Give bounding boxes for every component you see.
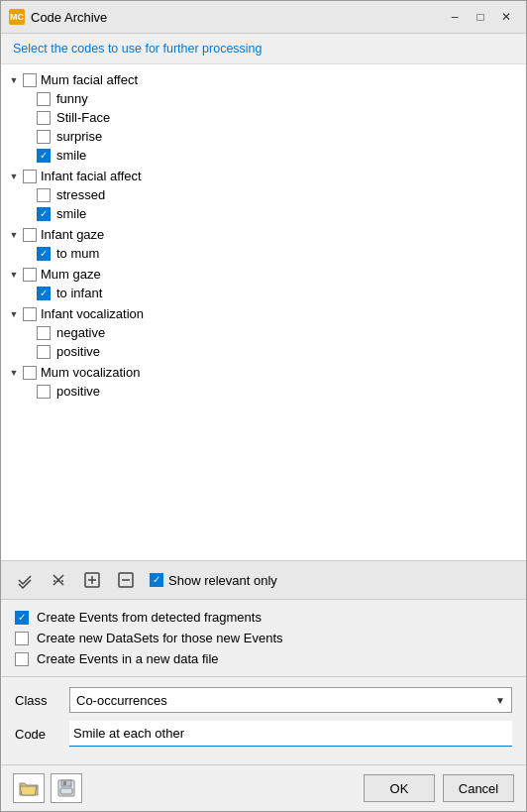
- child-checkbox-negative[interactable]: [37, 326, 51, 340]
- option-row-create-new-file[interactable]: Create Events in a new data file: [15, 651, 512, 666]
- file-buttons: [13, 773, 82, 803]
- parent-checkbox-infant-gaze[interactable]: [23, 228, 37, 242]
- class-select[interactable]: Co-occurrences ▼: [69, 687, 512, 713]
- parent-label-infant-gaze: Infant gaze: [41, 227, 104, 242]
- deselect-button[interactable]: [45, 567, 72, 593]
- tree-child-positive-mum[interactable]: positive: [37, 382, 518, 401]
- option-label-create-new-file: Create Events in a new data file: [37, 651, 219, 666]
- parent-label-mum-facial: Mum facial affect: [41, 72, 138, 87]
- triangle-icon-infant-facial[interactable]: [9, 172, 19, 181]
- parent-checkbox-infant-facial[interactable]: [23, 170, 37, 183]
- tree-parent-infant-vocalization[interactable]: Infant vocalization: [9, 304, 518, 323]
- option-checkbox-create-events[interactable]: [15, 611, 29, 625]
- option-row-create-events[interactable]: Create Events from detected fragments: [15, 610, 512, 625]
- toolbar-strip: Show relevant only: [1, 561, 526, 600]
- fields-area: Class Co-occurrences ▼ Code: [1, 677, 526, 765]
- tree-group-infant-vocalization: Infant vocalizationnegativepositive: [9, 304, 518, 361]
- option-checkbox-create-new-file[interactable]: [15, 652, 29, 666]
- tree-children-infant-gaze: to mum: [37, 244, 518, 263]
- close-button[interactable]: ✕: [494, 7, 518, 27]
- main-window: MC Code Archive – □ ✕ Select the codes t…: [0, 0, 527, 812]
- expand-all-button[interactable]: [78, 567, 106, 593]
- parent-checkbox-mum-vocalization[interactable]: [23, 366, 37, 380]
- child-checkbox-funny[interactable]: [37, 92, 51, 106]
- child-label-stressed: stressed: [56, 187, 105, 202]
- ok-button[interactable]: OK: [364, 774, 435, 802]
- parent-checkbox-mum-facial[interactable]: [23, 73, 37, 87]
- tree-child-surprise[interactable]: surprise: [37, 127, 518, 146]
- triangle-icon-mum-gaze[interactable]: [9, 270, 19, 280]
- code-input[interactable]: [69, 721, 512, 747]
- child-label-funny: funny: [56, 91, 88, 106]
- child-checkbox-positive-mum[interactable]: [37, 385, 51, 399]
- instruction-text: Select the codes to use for further proc…: [1, 34, 526, 64]
- minimize-button[interactable]: –: [443, 7, 467, 27]
- child-label-positive-infant: positive: [56, 344, 100, 359]
- child-checkbox-still-face[interactable]: [37, 111, 51, 125]
- svg-rect-11: [63, 781, 66, 785]
- tree-parent-mum-gaze[interactable]: Mum gaze: [9, 265, 518, 284]
- option-checkbox-create-datasets[interactable]: [15, 632, 29, 645]
- svg-rect-10: [60, 788, 72, 794]
- child-checkbox-smile-infant[interactable]: [37, 207, 51, 221]
- tree-children-infant-vocalization: negativepositive: [37, 323, 518, 361]
- title-bar-left: MC Code Archive: [9, 9, 107, 25]
- tree-children-mum-facial: funnyStill-Facesurprisesmile: [37, 89, 518, 165]
- save-button[interactable]: [51, 773, 82, 803]
- triangle-icon-infant-vocalization[interactable]: [9, 309, 19, 319]
- parent-label-infant-facial: Infant facial affect: [41, 169, 142, 183]
- tree-group-infant-facial: Infant facial affectstressedsmile: [9, 167, 518, 223]
- tree-group-mum-vocalization: Mum vocalizationpositive: [9, 363, 518, 401]
- chevron-down-icon: ▼: [495, 695, 505, 706]
- code-label: Code: [15, 727, 69, 742]
- tree-parent-infant-gaze[interactable]: Infant gaze: [9, 225, 518, 244]
- maximize-button[interactable]: □: [469, 7, 492, 27]
- window-controls: – □ ✕: [443, 7, 518, 27]
- child-checkbox-to-infant[interactable]: [37, 287, 51, 300]
- child-checkbox-stressed[interactable]: [37, 188, 51, 202]
- tree-child-negative[interactable]: negative: [37, 323, 518, 342]
- cancel-button[interactable]: Cancel: [443, 774, 514, 802]
- parent-checkbox-infant-vocalization[interactable]: [23, 307, 37, 321]
- code-tree[interactable]: Mum facial affectfunnyStill-Facesurprise…: [1, 64, 526, 561]
- tree-child-to-mum[interactable]: to mum: [37, 244, 518, 263]
- open-folder-button[interactable]: [13, 773, 45, 803]
- tree-child-funny[interactable]: funny: [37, 89, 518, 108]
- child-checkbox-smile-mum[interactable]: [37, 149, 51, 163]
- window-title: Code Archive: [31, 10, 107, 25]
- tree-child-smile-infant[interactable]: smile: [37, 204, 518, 223]
- tree-child-to-infant[interactable]: to infant: [37, 284, 518, 302]
- option-row-create-datasets[interactable]: Create new DataSets for those new Events: [15, 631, 512, 645]
- tree-parent-infant-facial[interactable]: Infant facial affect: [9, 167, 518, 185]
- child-checkbox-surprise[interactable]: [37, 130, 51, 144]
- tree-child-still-face[interactable]: Still-Face: [37, 108, 518, 127]
- triangle-icon-mum-facial[interactable]: [9, 75, 19, 85]
- child-label-to-infant: to infant: [56, 286, 102, 300]
- collapse-all-button[interactable]: [112, 567, 140, 593]
- child-label-negative: negative: [56, 325, 105, 340]
- triangle-icon-infant-gaze[interactable]: [9, 230, 19, 240]
- parent-checkbox-mum-gaze[interactable]: [23, 268, 37, 282]
- tree-parent-mum-facial[interactable]: Mum facial affect: [9, 70, 518, 89]
- child-label-to-mum: to mum: [56, 246, 99, 261]
- app-icon: MC: [9, 9, 25, 25]
- tree-child-stressed[interactable]: stressed: [37, 185, 518, 204]
- tree-child-positive-infant[interactable]: positive: [37, 342, 518, 361]
- tree-children-infant-facial: stressedsmile: [37, 185, 518, 223]
- tree-child-smile-mum[interactable]: smile: [37, 146, 518, 165]
- tree-parent-mum-vocalization[interactable]: Mum vocalization: [9, 363, 518, 382]
- tree-group-infant-gaze: Infant gazeto mum: [9, 225, 518, 263]
- code-field-row: Code: [15, 721, 512, 747]
- class-field-row: Class Co-occurrences ▼: [15, 687, 512, 713]
- select-all-button[interactable]: [11, 567, 39, 593]
- show-relevant-checkbox[interactable]: [150, 573, 163, 587]
- child-checkbox-positive-infant[interactable]: [37, 345, 51, 359]
- child-label-still-face: Still-Face: [56, 110, 110, 125]
- tree-children-mum-gaze: to infant: [37, 284, 518, 302]
- option-label-create-events: Create Events from detected fragments: [37, 610, 262, 625]
- show-relevant-option[interactable]: Show relevant only: [150, 573, 277, 588]
- child-checkbox-to-mum[interactable]: [37, 247, 51, 261]
- triangle-icon-mum-vocalization[interactable]: [9, 368, 19, 378]
- parent-label-infant-vocalization: Infant vocalization: [41, 306, 144, 321]
- parent-label-mum-gaze: Mum gaze: [41, 267, 101, 282]
